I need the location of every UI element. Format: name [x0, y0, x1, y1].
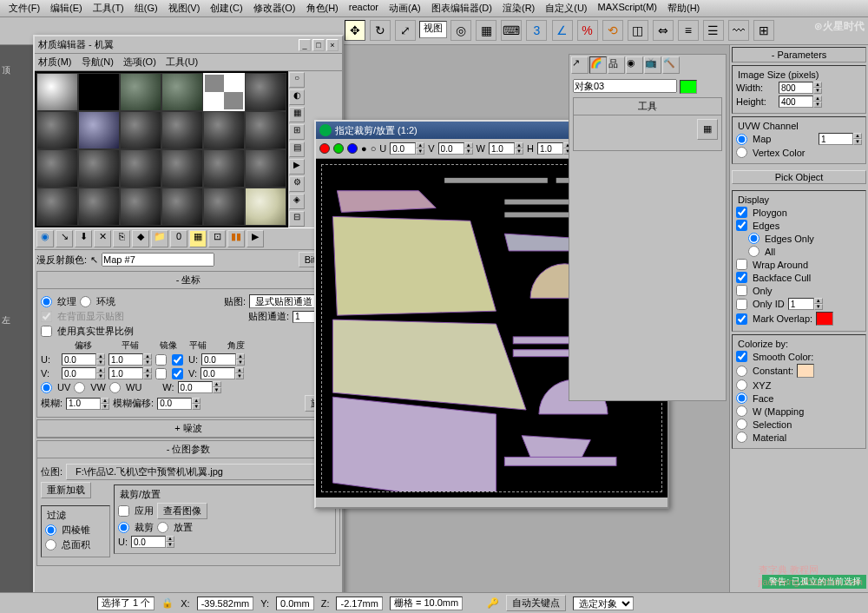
material-slot[interactable] — [36, 73, 78, 111]
menu-modifier[interactable]: 修改器(O) — [248, 2, 301, 15]
me-menu-tools[interactable]: 工具(U) — [166, 56, 198, 67]
red-channel-icon[interactable] — [319, 143, 330, 154]
w-angle-spinner[interactable] — [178, 381, 213, 393]
menu-tools[interactable]: 工具(T) — [88, 2, 129, 15]
named-sel-icon[interactable]: ◫ — [628, 20, 648, 41]
v-tile-spinner[interactable] — [108, 367, 143, 379]
autokey-button[interactable]: 自动关键点 — [506, 595, 566, 611]
pivot-icon[interactable]: ◎ — [450, 20, 471, 41]
map-radio[interactable] — [736, 134, 747, 145]
edges-only-radio[interactable] — [748, 233, 760, 244]
green-channel-icon[interactable] — [333, 143, 344, 154]
apply-checkbox[interactable] — [118, 505, 129, 517]
hierarchy-tab-icon[interactable]: 品 — [608, 56, 625, 74]
height-spinner[interactable] — [779, 96, 813, 108]
wrap-checkbox[interactable] — [736, 259, 747, 270]
go-parent-icon[interactable]: ▮▮ — [227, 230, 245, 247]
menu-edit[interactable]: 编辑(E) — [45, 2, 88, 15]
environment-radio[interactable] — [80, 296, 91, 307]
u-tile-spinner[interactable] — [108, 353, 143, 366]
parameters-header[interactable]: - Parameters — [732, 47, 866, 63]
menu-group[interactable]: 组(G) — [129, 2, 163, 15]
main-menubar[interactable]: 文件(F) 编辑(E) 工具(T) 组(G) 视图(V) 创建(C) 修改器(O… — [0, 0, 868, 17]
coords-rollout-header[interactable]: - 坐标 — [37, 272, 339, 289]
percent-snap-icon[interactable]: % — [577, 20, 598, 41]
material-slot-selected[interactable] — [203, 73, 245, 111]
backface-checkbox[interactable] — [736, 272, 747, 283]
menu-view[interactable]: 视图(V) — [163, 2, 206, 15]
make-copy-icon[interactable]: ⎘ — [113, 230, 130, 247]
utilities-tab-icon[interactable]: 🔨 — [662, 56, 680, 74]
v-offset-spinner[interactable] — [62, 367, 96, 379]
all-radio[interactable] — [748, 246, 760, 257]
video-check-icon[interactable]: ▤ — [289, 142, 305, 157]
put-library-icon[interactable]: 📁 — [151, 230, 168, 247]
sample-uv-icon[interactable]: ⊞ — [289, 124, 305, 140]
map-channel-spinner[interactable] — [819, 133, 853, 145]
object-name-input[interactable] — [573, 79, 677, 93]
uv-radio[interactable] — [41, 382, 52, 393]
menu-file[interactable]: 文件(F) — [3, 2, 45, 15]
material-slot[interactable] — [120, 188, 161, 226]
crop-u-spinner[interactable] — [131, 536, 166, 548]
spinner-snap-icon[interactable]: ⟲ — [602, 20, 623, 41]
create-tab-icon[interactable]: ↗ — [571, 56, 589, 74]
blue-channel-icon[interactable] — [347, 143, 358, 154]
pick-object-button[interactable]: Pick Object — [732, 170, 866, 184]
material-slot[interactable] — [245, 149, 286, 188]
x-coord[interactable]: -39.582mm — [197, 597, 254, 610]
scale-tool-icon[interactable]: ⤢ — [395, 20, 416, 41]
sample-type-icon[interactable]: ○ — [289, 72, 305, 88]
crop-radio[interactable] — [118, 522, 129, 533]
make-unique-icon[interactable]: ◆ — [132, 230, 149, 247]
me-menu-material[interactable]: 材质(M) — [38, 56, 72, 67]
u-offset-spinner[interactable] — [62, 353, 96, 366]
bitmap-rollout-header[interactable]: - 位图参数 — [37, 441, 339, 458]
display-tab-icon[interactable]: 📺 — [644, 56, 661, 74]
mirror-icon[interactable]: ⇔ — [653, 20, 674, 41]
mark-overlap-checkbox[interactable] — [736, 313, 747, 325]
reload-button[interactable]: 重新加载 — [41, 482, 91, 498]
wu-radio[interactable] — [109, 382, 121, 393]
xyz-radio[interactable] — [736, 379, 747, 391]
object-color-swatch[interactable] — [680, 80, 697, 94]
only-checkbox[interactable] — [736, 285, 747, 296]
overlap-color-swatch[interactable] — [816, 312, 833, 326]
material-slot[interactable] — [161, 73, 203, 111]
snap-icon[interactable]: 3 — [526, 20, 547, 41]
render-uvw-button[interactable]: ▦ — [697, 119, 718, 140]
key-mode-combo[interactable]: 选定对象 — [573, 597, 634, 610]
material-slot[interactable] — [120, 73, 161, 111]
material-slot[interactable] — [245, 188, 286, 226]
backlight-icon[interactable]: ◐ — [289, 89, 305, 105]
assign-icon[interactable]: ⬇ — [75, 230, 92, 247]
pyramidal-radio[interactable] — [45, 524, 56, 536]
realworld-checkbox[interactable] — [41, 326, 52, 337]
curve-editor-icon[interactable]: 〰 — [728, 20, 749, 41]
motion-tab-icon[interactable]: ◉ — [626, 56, 643, 74]
go-forward-icon[interactable]: ▶ — [247, 230, 264, 247]
crop-w-input[interactable] — [489, 142, 515, 155]
material-slot[interactable] — [36, 149, 78, 188]
material-slot[interactable] — [161, 188, 203, 226]
view-image-button[interactable]: 查看图像 — [157, 503, 207, 519]
close-icon[interactable]: × — [326, 39, 339, 51]
place-radio[interactable] — [157, 522, 168, 533]
material-slot[interactable] — [120, 111, 161, 149]
modify-tab-icon[interactable]: 🌈 — [589, 56, 607, 74]
show-end-icon[interactable]: ⊡ — [208, 230, 226, 247]
menu-help[interactable]: 帮助(H) — [662, 2, 705, 15]
v-tile-checkbox[interactable] — [172, 368, 183, 379]
texture-radio[interactable] — [41, 296, 52, 307]
material-slot[interactable] — [245, 111, 286, 149]
material-slot[interactable] — [36, 188, 78, 226]
material-slot[interactable] — [245, 73, 286, 111]
z-coord[interactable]: -2.17mm — [336, 597, 382, 610]
constant-radio[interactable] — [736, 366, 747, 377]
move-tool-icon[interactable]: ✥ — [345, 20, 365, 41]
align-icon[interactable]: ≡ — [678, 20, 699, 41]
tools-rollout-header[interactable]: 工具 — [574, 98, 721, 115]
crop-v-input[interactable] — [438, 142, 464, 155]
get-material-icon[interactable]: ◉ — [36, 230, 54, 247]
material-radio[interactable] — [736, 432, 747, 443]
